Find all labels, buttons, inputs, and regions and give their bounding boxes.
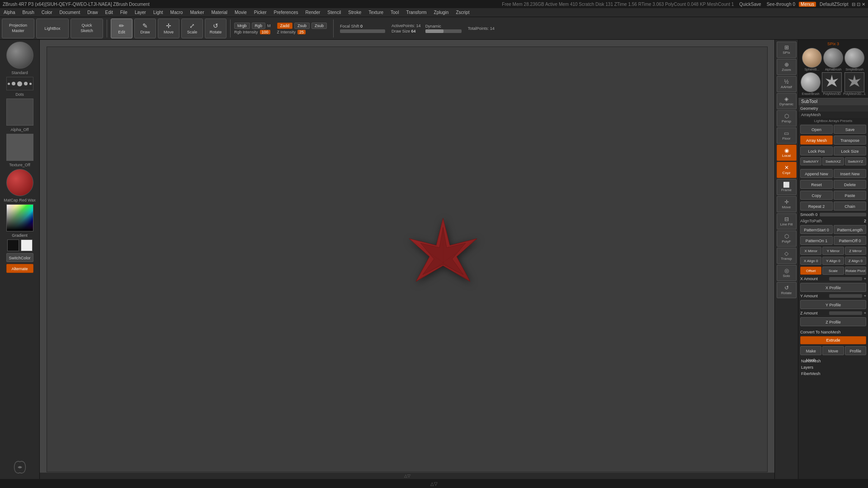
zsub2-btn[interactable]: Zsub	[311, 23, 327, 29]
alpha-preview[interactable]	[6, 99, 33, 126]
polyf-btn[interactable]: ⬡ PolyF	[777, 230, 797, 247]
menu-draw[interactable]: Draw	[85, 10, 99, 15]
append-new-btn[interactable]: Append New	[800, 169, 833, 178]
extrude-btn[interactable]: Extrude	[800, 336, 866, 344]
texture-preview[interactable]	[6, 134, 33, 161]
y-align-btn[interactable]: Y Align 0	[822, 257, 844, 265]
z-align-btn[interactable]: Z Align 0	[845, 257, 866, 265]
menu-zplugin[interactable]: Zplugin	[432, 10, 451, 15]
insert-new-btn[interactable]: Insert New	[834, 169, 866, 178]
move-btn-panel[interactable]: Move	[822, 346, 844, 355]
x-amount-slider[interactable]	[829, 277, 862, 281]
smooth-slider[interactable]	[820, 213, 866, 216]
rotate-pivot-btn[interactable]: Rotate Pivot	[845, 267, 866, 275]
rotate-view-btn[interactable]: ↺ Rotate	[777, 282, 797, 298]
pattern-length-btn[interactable]: PatternLength	[834, 225, 866, 234]
menu-light[interactable]: Light	[151, 10, 165, 15]
draw-btn[interactable]: ✎ Draw	[134, 19, 156, 38]
y-amount-slider[interactable]	[829, 294, 862, 298]
array-mesh-btn[interactable]: Array Mesh	[800, 136, 833, 145]
draw-size-slider[interactable]	[425, 29, 462, 33]
switch-color-btn[interactable]: SwitchColor	[6, 253, 33, 262]
brush-sphere[interactable]: SphereB...	[802, 48, 822, 71]
menu-document[interactable]: Document	[58, 10, 82, 15]
rgb-btn[interactable]: Rgb	[252, 23, 266, 29]
window-controls[interactable]: ⊟ ⊡ ✕	[852, 2, 865, 7]
switchxz-btn[interactable]: SwitchXZ	[822, 157, 844, 165]
move-btn[interactable]: ✛ Move	[158, 19, 179, 38]
menus-btn[interactable]: Menus	[799, 2, 816, 7]
delete-btn[interactable]: Delete	[834, 180, 866, 189]
quicksave-btn[interactable]: QuickSave	[739, 2, 761, 7]
repeat-btn[interactable]: Repeat 2	[800, 202, 833, 211]
copy-btn[interactable]: Copy	[800, 191, 833, 200]
pattern-on-btn[interactable]: PatternOn 1	[800, 236, 833, 245]
reset-btn[interactable]: Reset	[800, 180, 833, 189]
zsub-btn[interactable]: Zsub	[294, 23, 310, 29]
mrgb-btn[interactable]: Mrgb	[234, 23, 250, 29]
brush-eraser[interactable]: EraserBrush	[801, 72, 821, 95]
z-mirror-btn[interactable]: Z Mirror	[845, 247, 866, 255]
zoom-btn[interactable]: ⊕ Zoom	[777, 59, 797, 75]
menu-render[interactable]: Render	[304, 10, 322, 15]
local-btn[interactable]: ◉ Local	[777, 145, 797, 161]
subtool-header[interactable]: SubTool	[798, 98, 868, 105]
menu-material[interactable]: Material	[210, 10, 230, 15]
menu-brush[interactable]: Brush	[21, 10, 36, 15]
color-picker[interactable]	[6, 204, 33, 231]
alternate-btn[interactable]: Alternate	[6, 264, 33, 273]
offset-btn[interactable]: Offset	[800, 267, 821, 275]
menu-macro[interactable]: Macro	[169, 10, 185, 15]
menu-alpha[interactable]: Alpha	[2, 10, 17, 15]
lock-pos-btn[interactable]: Lock Pos	[800, 146, 833, 155]
menu-transform[interactable]: Transform	[404, 10, 428, 15]
solo-btn[interactable]: ◎ Solo	[777, 265, 797, 281]
zadd-btn[interactable]: Zadd	[277, 23, 293, 29]
lightbox-btn[interactable]: LightBox	[36, 19, 69, 38]
menu-color[interactable]: Color	[40, 10, 54, 15]
menu-edit[interactable]: Edit	[104, 10, 115, 15]
focal-shift-slider[interactable]	[340, 29, 385, 33]
dynamic-btn[interactable]: ◈ Dynamic	[777, 93, 797, 109]
brush-preview[interactable]	[6, 42, 33, 69]
aahalf-btn[interactable]: ½ AAHalf	[777, 76, 797, 92]
menu-tool[interactable]: Tool	[389, 10, 401, 15]
z-amount-slider[interactable]	[829, 311, 862, 315]
z-profile-btn[interactable]: Z Profile	[800, 317, 866, 326]
transpose-btn[interactable]: Transpose	[834, 136, 866, 145]
linefill-btn[interactable]: ⊟ Line Fill	[777, 213, 797, 230]
swatch-white[interactable]	[21, 239, 33, 251]
brush-alpha[interactable]: AlphaBrush	[823, 48, 843, 71]
y-mirror-btn[interactable]: Y Mirror	[822, 247, 844, 255]
scale-btn[interactable]: ⤢ Scale	[181, 19, 203, 38]
persp-btn[interactable]: ⬡ Persp	[777, 110, 797, 127]
scale-btn-panel[interactable]: Scale	[822, 267, 844, 275]
menu-file[interactable]: File	[118, 10, 129, 15]
transp-btn[interactable]: ◇ Transp	[777, 248, 797, 264]
spix-btn[interactable]: ⊞ SPix	[777, 42, 797, 58]
profile-btn[interactable]: Profile	[845, 346, 866, 355]
menu-stroke[interactable]: Stroke	[346, 10, 363, 15]
edit-btn[interactable]: ✏ Edit	[111, 19, 132, 38]
floor-btn[interactable]: ▭ Floor	[777, 127, 797, 144]
brush-polymesh2[interactable]: PolyMesh3D...1	[843, 72, 865, 95]
chain-btn[interactable]: Chain	[834, 202, 866, 211]
lock-size-btn[interactable]: Lock Size	[834, 146, 866, 155]
switchyz-btn[interactable]: SwitchYZ	[845, 157, 866, 165]
pattern-start-btn[interactable]: PatternStart 0	[800, 225, 833, 234]
menu-texture[interactable]: Texture	[367, 10, 385, 15]
save-btn[interactable]: Save	[834, 125, 866, 134]
swatch-black[interactable]	[7, 239, 19, 251]
x-mirror-btn[interactable]: X Mirror	[800, 247, 821, 255]
projection-master-btn[interactable]: ProjectionMaster	[2, 19, 34, 38]
pattern-off-btn[interactable]: PatternOff 0	[834, 236, 866, 245]
menu-stencil[interactable]: Stencil	[326, 10, 343, 15]
move-view-btn[interactable]: ✛ Move	[777, 196, 797, 212]
switchxy-btn[interactable]: SwitchXY	[800, 157, 821, 165]
quick-sketch-btn[interactable]: QuickSketch	[71, 19, 103, 38]
menu-marker[interactable]: Marker	[188, 10, 206, 15]
canvas-area[interactable]: △▽	[40, 40, 774, 479]
menu-preferences[interactable]: Preferences	[272, 10, 300, 15]
dots-preview[interactable]	[6, 77, 33, 90]
menu-movie[interactable]: Movie	[233, 10, 249, 15]
